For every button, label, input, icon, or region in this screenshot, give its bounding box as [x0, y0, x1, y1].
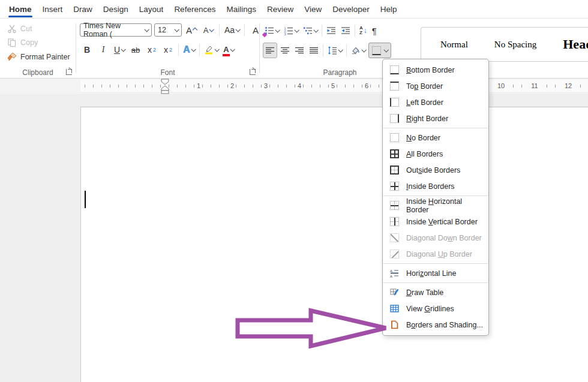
line-spacing-icon: [328, 46, 337, 55]
ruler-number: 11: [529, 82, 539, 90]
indent-marker[interactable]: [160, 79, 170, 94]
menu-item-inside-borders[interactable]: Inside Borders: [383, 178, 488, 194]
menu-item-top-border[interactable]: Top Border: [383, 78, 488, 94]
cut-button[interactable]: Cut: [7, 24, 32, 34]
tab-insert[interactable]: Insert: [37, 2, 68, 17]
text-effects-button[interactable]: A: [182, 43, 196, 56]
superscript-mark: 2: [169, 47, 172, 53]
top-border-icon: [390, 82, 399, 91]
small-divider: [346, 44, 347, 56]
tab-view[interactable]: View: [299, 2, 327, 17]
style-normal[interactable]: Normal: [440, 40, 468, 50]
subscript-button[interactable]: x2: [145, 43, 159, 56]
font-name-combo[interactable]: Times New Roman (: [80, 23, 152, 37]
diagonal-down-border-icon: [390, 233, 399, 242]
menu-item-inside-horizontal-border[interactable]: Inside Horizontal Border: [383, 197, 488, 213]
numbering-button[interactable]: 1 2 3: [282, 23, 300, 38]
sort-button[interactable]: AZ ↓: [358, 23, 369, 38]
format-painter-icon: [7, 52, 17, 62]
styles-gallery: Normal No Spacing Headi: [421, 27, 588, 62]
menu-item-label: Draw Table: [406, 288, 443, 297]
annotation-arrow: [234, 305, 391, 351]
superscript-glyph: x: [164, 45, 168, 55]
tab-layout[interactable]: Layout: [134, 2, 169, 17]
align-left-button[interactable]: [263, 43, 277, 58]
small-divider: [199, 44, 200, 56]
draw-table-icon: [390, 288, 399, 297]
align-center-button[interactable]: [278, 43, 292, 58]
font-size-combo[interactable]: 12: [154, 23, 182, 37]
strikethrough-button[interactable]: ab: [128, 43, 143, 56]
clipboard-group: Cut Copy Format Painter Clipboard: [0, 19, 76, 78]
tab-developer[interactable]: Developer: [327, 2, 375, 17]
menu-item-horizontal-line[interactable]: A A Horizontal Line: [383, 265, 488, 281]
borders-dropdown-button[interactable]: [368, 43, 391, 58]
menu-separator: [383, 282, 488, 283]
tab-design[interactable]: Design: [98, 2, 134, 17]
svg-text:A: A: [390, 269, 392, 273]
font-color-glyph: A: [223, 46, 229, 53]
menu-item-draw-table[interactable]: Draw Table: [383, 284, 488, 300]
tab-help[interactable]: Help: [375, 2, 403, 17]
menu-item-label: Right Border: [406, 115, 448, 123]
line-spacing-button[interactable]: [326, 43, 344, 58]
font-color-bar: [223, 54, 229, 56]
tab-mailings[interactable]: Mailings: [221, 2, 262, 17]
font-color-button[interactable]: A: [221, 43, 236, 56]
ruler-number: 10: [496, 82, 506, 90]
shading-button[interactable]: [349, 43, 367, 58]
bold-button[interactable]: B: [80, 43, 94, 56]
tab-references[interactable]: References: [169, 2, 221, 17]
chevron-down-icon: [121, 47, 126, 52]
menu-item-borders-and-shading[interactable]: Borders and Shading...: [383, 317, 488, 333]
menu-item-right-border[interactable]: Right Border: [383, 110, 488, 127]
menu-item-no-border[interactable]: No Border: [383, 130, 488, 146]
show-paragraph-marks-button[interactable]: ¶: [370, 23, 379, 38]
outside-borders-icon: [390, 166, 399, 175]
chevron-down-icon: [294, 28, 299, 32]
bullets-button[interactable]: [263, 23, 281, 38]
font-group-label: Font: [76, 68, 259, 77]
tab-draw[interactable]: Draw: [68, 2, 98, 17]
grow-font-button[interactable]: A: [184, 23, 199, 37]
justify-button[interactable]: [307, 43, 320, 58]
ruler-number: 5: [329, 82, 337, 90]
font-dialog-launcher-icon[interactable]: [250, 69, 256, 75]
chevron-down-icon: [338, 47, 343, 52]
multilevel-list-button[interactable]: [301, 23, 319, 38]
tab-home[interactable]: Home: [4, 2, 37, 17]
small-divider: [178, 44, 179, 56]
menu-item-view-gridlines[interactable]: View Gridlines: [383, 300, 488, 317]
text-cursor: [85, 191, 86, 208]
style-heading[interactable]: Headi: [563, 37, 588, 52]
increase-indent-button[interactable]: [339, 23, 352, 38]
style-no-spacing[interactable]: No Spacing: [494, 40, 536, 50]
menu-item-bottom-border[interactable]: Bottom Border: [383, 62, 488, 78]
clipboard-dialog-launcher-icon[interactable]: [66, 69, 72, 75]
decrease-indent-button[interactable]: [325, 23, 338, 38]
highlight-color-button[interactable]: [203, 43, 220, 56]
underline-button[interactable]: U: [112, 43, 127, 56]
right-border-icon: [390, 114, 399, 123]
menu-item-label: Diagonal Up Border: [406, 250, 472, 258]
tab-review[interactable]: Review: [262, 2, 299, 17]
shrink-font-button[interactable]: A: [201, 23, 215, 37]
copy-button[interactable]: Copy: [7, 38, 38, 47]
change-case-glyph: Aa: [224, 25, 235, 35]
superscript-button[interactable]: x2: [161, 43, 175, 56]
menu-item-inside-vertical-border[interactable]: Inside Vertical Border: [383, 213, 488, 230]
italic-button[interactable]: I: [96, 43, 110, 56]
menu-item-label: Borders and Shading...: [406, 321, 483, 329]
menu-item-all-borders[interactable]: All Borders: [383, 146, 488, 162]
small-divider: [244, 24, 245, 36]
small-divider: [219, 24, 220, 36]
ribbon-tab-bar: Home Insert Draw Design Layout Reference…: [0, 0, 588, 19]
ruler-number: 3: [262, 82, 269, 90]
horizontal-ruler: 1 2 3 4 5 6 10 11 12: [0, 79, 588, 94]
subscript-glyph: x: [148, 45, 152, 55]
menu-item-outside-borders[interactable]: Outside Borders: [383, 162, 488, 178]
change-case-button[interactable]: Aa: [223, 23, 241, 37]
format-painter-button[interactable]: Format Painter: [7, 52, 70, 62]
menu-item-left-border[interactable]: Left Border: [383, 94, 488, 110]
align-right-button[interactable]: [293, 43, 306, 58]
